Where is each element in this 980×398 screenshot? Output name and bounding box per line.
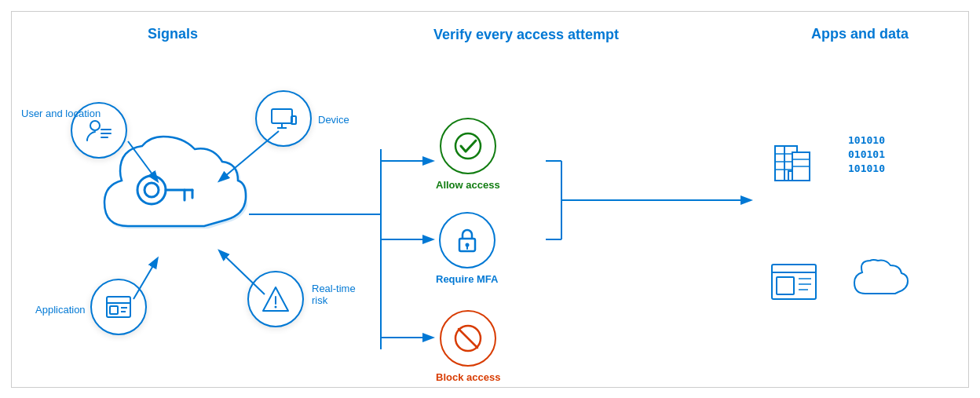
binary-data-icon-wrapper: 101010 010101 101010 (844, 130, 915, 192)
mfa-lock-icon (452, 225, 483, 256)
require-mfa-item: Require MFA (436, 212, 498, 285)
allow-label: Allow access (436, 179, 500, 191)
apps-title: Apps and data (773, 26, 946, 42)
block-circle (440, 310, 496, 367)
block-icon (452, 323, 484, 354)
block-access-item: Block access (436, 310, 500, 383)
svg-point-34 (455, 133, 481, 159)
svg-text:101010: 101010 (848, 134, 885, 146)
mfa-label: Require MFA (436, 273, 498, 285)
allow-circle (440, 118, 496, 174)
svg-text:010101: 010101 (848, 148, 885, 160)
block-label: Block access (436, 371, 500, 383)
building-icon-wrapper (766, 133, 822, 190)
verify-to-apps-arrows (12, 12, 797, 389)
dashboard-icon-wrapper (766, 255, 822, 312)
mfa-circle (439, 212, 495, 268)
allow-checkmark-icon (452, 130, 484, 162)
cloud-icon (848, 259, 911, 302)
svg-text:101010: 101010 (848, 162, 885, 174)
dashboard-icon (769, 261, 819, 305)
allow-access-item: Allow access (436, 118, 500, 191)
svg-rect-54 (777, 277, 794, 294)
diagram-container: Signals User and location Device App (11, 11, 969, 388)
cloud-icon-wrapper (848, 259, 911, 302)
binary-data-icon: 101010 010101 101010 (844, 130, 915, 192)
svg-line-39 (459, 329, 477, 348)
building-icon (769, 137, 819, 187)
verify-title: Verify every access attempt (428, 26, 624, 44)
